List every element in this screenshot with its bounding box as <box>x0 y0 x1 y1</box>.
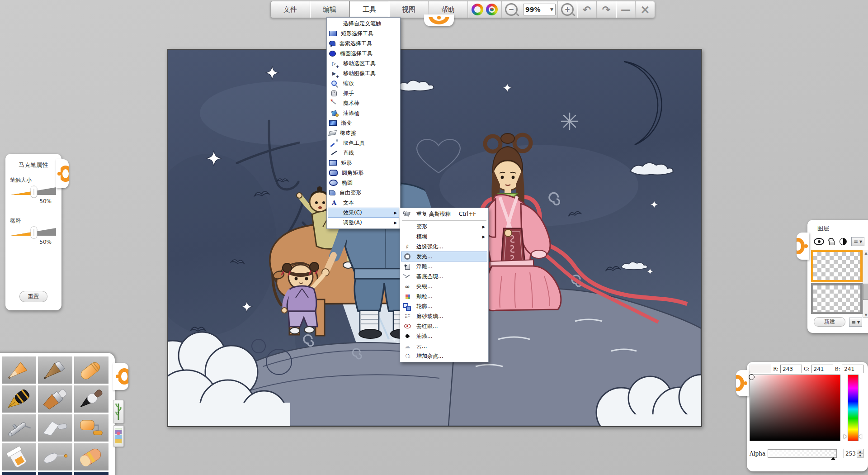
effects-menu-item[interactable]: 磨砂玻璃... ▶ <box>401 311 487 321</box>
tools-menu-item[interactable]: 调整(A) ▶ <box>328 218 399 228</box>
tools-menu-item[interactable]: 移动图像工具 ▶ <box>328 68 399 78</box>
tools-menu-item[interactable]: 圆角矩形 ▶ <box>328 168 399 178</box>
layer-menu-button[interactable]: ≡ ▼ <box>851 237 864 246</box>
eraser-icon <box>328 130 337 136</box>
brush-crayon[interactable] <box>74 356 108 384</box>
brush-wood-pencil[interactable] <box>38 356 72 384</box>
tools-menu-item[interactable]: 自由变形 ▶ <box>328 188 399 198</box>
brush-palette-knife[interactable] <box>38 414 72 442</box>
tools-menu-item[interactable]: 直线 ▶ <box>328 148 399 158</box>
layer-thumbnail[interactable] <box>811 283 863 314</box>
color-position-marker[interactable] <box>749 374 755 380</box>
red-input[interactable]: 243 <box>780 365 802 373</box>
saturation-value-picker[interactable] <box>750 375 840 441</box>
effects-menu-item[interactable]: 轮廓... ▶ <box>401 301 487 311</box>
tools-menu-item[interactable]: 椭圆选择工具 ▶ <box>328 48 399 58</box>
minimize-button[interactable]: — <box>616 1 636 18</box>
layers-panel-pod-handle[interactable] <box>797 233 809 260</box>
tools-menu-item[interactable]: 抓手 ▶ <box>328 88 399 98</box>
alpha-marker-icon[interactable] <box>831 457 835 460</box>
color-panel-pod-handle[interactable] <box>736 370 749 396</box>
reference-image-button[interactable] <box>113 425 124 447</box>
hue-slider[interactable] <box>848 375 859 441</box>
scroll-down-icon[interactable]: ▼ <box>864 313 867 317</box>
stroke-size-slider[interactable] <box>10 185 57 198</box>
effects-menu-item[interactable]: 增加杂点... ▶ <box>401 351 487 361</box>
tools-menu-item[interactable]: 渐变 ▶ <box>328 118 399 128</box>
layers-options-button[interactable]: ≡ ▼ <box>849 318 862 327</box>
effects-menu-item[interactable]: 变形 ▶ <box>401 222 487 232</box>
zoom-level-dropdown[interactable]: 99% ▼ <box>523 4 556 15</box>
reset-button[interactable]: 重置 <box>19 291 47 302</box>
effects-menu-item[interactable]: 浮雕... ▶ <box>401 261 487 271</box>
tools-menu-item[interactable]: 椭圆 ▶ <box>328 178 399 188</box>
effects-menu-item[interactable]: 去红眼... ▶ <box>401 321 487 331</box>
layers-scrollbar[interactable]: ▲ ▼ <box>863 251 868 318</box>
blue-input[interactable]: 241 <box>842 365 863 373</box>
spinner-down-icon[interactable]: ▼ <box>857 454 863 458</box>
green-input[interactable]: 241 <box>811 365 833 373</box>
tools-menu-item[interactable]: 文本 ▶ <box>328 198 399 208</box>
stencil-bamboo-button[interactable] <box>113 400 124 423</box>
effects-menu-item[interactable]: 发光... ▶ <box>401 252 487 261</box>
brush-paint-roller[interactable] <box>74 414 108 442</box>
menubar-button[interactable]: 文件 <box>271 1 310 18</box>
layer-visibility-eye-icon[interactable] <box>814 238 824 245</box>
brush-spatula[interactable] <box>38 443 72 470</box>
brush-flat-brush[interactable] <box>38 385 72 413</box>
scrollbar-thumb[interactable] <box>863 284 868 300</box>
effects-menu-item[interactable]: 模糊 ▶ <box>401 232 487 242</box>
scroll-up-icon[interactable]: ▲ <box>864 251 867 255</box>
effects-menu-item[interactable]: 颗粒... ▶ <box>401 291 487 301</box>
effects-menu-item[interactable]: 尖锐... ▶ <box>401 281 487 291</box>
redo-button[interactable]: ↷ <box>597 1 616 18</box>
tools-menu-item[interactable]: 缩放 ▶ <box>328 78 399 88</box>
marker-panel-pod-handle[interactable] <box>56 159 69 188</box>
undo-button[interactable]: ↶ <box>577 1 597 18</box>
zoom-in-button[interactable]: + <box>557 1 577 18</box>
effects-menu-item[interactable]: 边缘强化... ▶ <box>401 242 487 252</box>
brush-panel-pod-handle[interactable] <box>113 363 128 390</box>
brush-ink-brush[interactable] <box>74 385 108 413</box>
artrage-globe-icon[interactable] <box>486 4 498 15</box>
menubar-button[interactable]: 视图 <box>389 1 429 18</box>
menubar-button[interactable]: 工具 <box>349 1 389 18</box>
tools-menu-item[interactable]: 油漆桶 ▶ <box>328 108 399 118</box>
effects-menu-item[interactable]: 重复 高斯模糊 Ctrl+F ▶ <box>401 209 487 219</box>
brush-fountain-pen[interactable] <box>2 385 36 413</box>
tools-menu-item[interactable]: 矩形 ▶ <box>328 158 399 168</box>
tools-menu-item[interactable]: 魔术棒 ▶ <box>328 98 399 108</box>
effects-menu-item[interactable]: 油漆... ▶ <box>401 331 487 341</box>
layer-blend-icon[interactable] <box>840 238 847 245</box>
effects-menu-item[interactable]: 基底凸现... ▶ <box>401 271 487 281</box>
menubar-button[interactable]: 编辑 <box>310 1 349 18</box>
menu-item-label: 文本 <box>343 199 354 207</box>
zoom-out-button[interactable]: − <box>502 1 521 18</box>
layer-thumbnail-selected[interactable] <box>811 250 863 282</box>
spinner-up-icon[interactable]: ▲ <box>857 449 863 454</box>
brush-paint-tube[interactable] <box>2 443 36 470</box>
tools-menu-item[interactable]: 效果(C) ▶ <box>328 208 399 218</box>
alpha-value: 253 <box>844 449 857 458</box>
tools-menu-item[interactable]: 矩形选择工具 ▶ <box>328 28 399 38</box>
hue-marker-left-icon[interactable] <box>844 434 847 439</box>
brush-pencil[interactable] <box>2 356 36 384</box>
artrage-figure-icon[interactable] <box>472 4 483 15</box>
tools-menu-item[interactable]: 选择自定义笔触 ▶ <box>328 19 399 28</box>
tools-menu-item[interactable]: 移动选区工具 ▶ <box>328 58 399 68</box>
layer-unlock-icon[interactable] <box>829 238 835 245</box>
tools-menu-item[interactable]: 套索选择工具 ▶ <box>328 38 399 48</box>
hue-marker-right-icon[interactable] <box>859 434 862 439</box>
brush-eraser-stick[interactable] <box>74 443 108 470</box>
alpha-slider[interactable] <box>768 449 837 458</box>
brush-airbrush[interactable] <box>2 414 36 442</box>
alpha-spinner[interactable]: 253 ▲ ▼ <box>844 449 863 458</box>
new-layer-button[interactable]: 新建 <box>814 317 845 327</box>
menu-item-label: 增加杂点... <box>416 352 443 360</box>
close-button[interactable]: × <box>636 1 655 18</box>
toolbar-pod-handle[interactable] <box>424 14 454 26</box>
effects-menu-item[interactable]: 云... ▶ <box>401 341 487 351</box>
tools-menu-item[interactable]: 取色工具 ▶ <box>328 138 399 148</box>
tools-menu-item[interactable]: 橡皮擦 ▶ <box>328 128 399 138</box>
dilution-slider[interactable] <box>10 226 57 239</box>
